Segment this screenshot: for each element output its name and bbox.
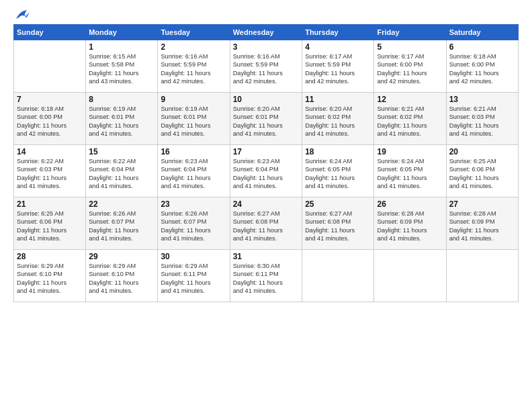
- day-info: Sunrise: 6:21 AMSunset: 6:03 PMDaylight:…: [449, 105, 515, 138]
- calendar-cell: 23Sunrise: 6:26 AMSunset: 6:07 PMDayligh…: [158, 197, 230, 250]
- weekday-header: Tuesday: [158, 25, 230, 40]
- day-info: Sunrise: 6:21 AMSunset: 6:02 PMDaylight:…: [377, 105, 443, 138]
- day-number: 25: [305, 199, 371, 209]
- day-info: Sunrise: 6:20 AMSunset: 6:01 PMDaylight:…: [233, 105, 299, 138]
- day-info: Sunrise: 6:22 AMSunset: 6:04 PMDaylight:…: [89, 157, 154, 191]
- day-info: Sunrise: 6:25 AMSunset: 6:06 PMDaylight:…: [449, 157, 515, 191]
- calendar-cell: 7Sunrise: 6:18 AMSunset: 6:00 PMDaylight…: [14, 93, 86, 145]
- day-info: Sunrise: 6:16 AMSunset: 5:59 PMDaylight:…: [161, 52, 226, 86]
- calendar-cell: [14, 40, 86, 93]
- calendar-cell: 17Sunrise: 6:23 AMSunset: 6:04 PMDayligh…: [230, 145, 302, 197]
- day-info: Sunrise: 6:15 AMSunset: 5:58 PMDaylight:…: [89, 52, 154, 86]
- calendar-cell: 13Sunrise: 6:21 AMSunset: 6:03 PMDayligh…: [446, 93, 518, 145]
- weekday-header: Sunday: [14, 25, 86, 40]
- calendar-cell: 19Sunrise: 6:24 AMSunset: 6:05 PMDayligh…: [374, 145, 446, 197]
- day-number: 28: [17, 252, 83, 261]
- calendar-cell: 26Sunrise: 6:28 AMSunset: 6:09 PMDayligh…: [374, 197, 446, 250]
- day-info: Sunrise: 6:23 AMSunset: 6:04 PMDaylight:…: [161, 157, 226, 191]
- calendar-cell: 9Sunrise: 6:19 AMSunset: 6:01 PMDaylight…: [158, 93, 230, 145]
- calendar-cell: 18Sunrise: 6:24 AMSunset: 6:05 PMDayligh…: [302, 145, 374, 197]
- calendar-cell: [446, 250, 518, 302]
- day-number: 5: [377, 42, 443, 52]
- day-info: Sunrise: 6:20 AMSunset: 6:02 PMDaylight:…: [305, 105, 371, 138]
- calendar-cell: 3Sunrise: 6:16 AMSunset: 5:59 PMDaylight…: [230, 40, 302, 93]
- day-info: Sunrise: 6:26 AMSunset: 6:07 PMDaylight:…: [89, 210, 154, 243]
- calendar-cell: [302, 250, 374, 302]
- day-info: Sunrise: 6:24 AMSunset: 6:05 PMDaylight:…: [377, 157, 443, 191]
- calendar-cell: 24Sunrise: 6:27 AMSunset: 6:08 PMDayligh…: [230, 197, 302, 250]
- calendar-cell: 6Sunrise: 6:18 AMSunset: 6:00 PMDaylight…: [446, 40, 518, 93]
- calendar-cell: 2Sunrise: 6:16 AMSunset: 5:59 PMDaylight…: [158, 40, 230, 93]
- header: [13, 12, 519, 19]
- weekday-header: Wednesday: [230, 25, 302, 40]
- day-number: 14: [17, 147, 83, 156]
- calendar-cell: 8Sunrise: 6:19 AMSunset: 6:01 PMDaylight…: [86, 93, 158, 145]
- weekday-header: Friday: [374, 25, 446, 40]
- calendar-cell: 5Sunrise: 6:17 AMSunset: 6:00 PMDaylight…: [374, 40, 446, 93]
- calendar-cell: 16Sunrise: 6:23 AMSunset: 6:04 PMDayligh…: [158, 145, 230, 197]
- day-number: 19: [377, 147, 443, 156]
- logo-bird-icon: [15, 9, 30, 21]
- weekday-header: Monday: [86, 25, 158, 40]
- day-number: 9: [161, 95, 226, 104]
- day-number: 10: [233, 95, 299, 104]
- day-info: Sunrise: 6:27 AMSunset: 6:08 PMDaylight:…: [233, 210, 299, 243]
- calendar-cell: 12Sunrise: 6:21 AMSunset: 6:02 PMDayligh…: [374, 93, 446, 145]
- calendar-cell: 20Sunrise: 6:25 AMSunset: 6:06 PMDayligh…: [446, 145, 518, 197]
- day-info: Sunrise: 6:27 AMSunset: 6:08 PMDaylight:…: [305, 210, 371, 243]
- day-number: 3: [233, 42, 299, 52]
- day-info: Sunrise: 6:18 AMSunset: 6:00 PMDaylight:…: [17, 105, 83, 138]
- day-number: 7: [17, 95, 83, 104]
- calendar-cell: 30Sunrise: 6:29 AMSunset: 6:11 PMDayligh…: [158, 250, 230, 302]
- calendar-cell: 14Sunrise: 6:22 AMSunset: 6:03 PMDayligh…: [14, 145, 86, 197]
- day-number: 26: [377, 199, 443, 209]
- calendar-cell: 4Sunrise: 6:17 AMSunset: 5:59 PMDaylight…: [302, 40, 374, 93]
- day-info: Sunrise: 6:19 AMSunset: 6:01 PMDaylight:…: [161, 105, 226, 138]
- day-info: Sunrise: 6:28 AMSunset: 6:09 PMDaylight:…: [377, 210, 443, 243]
- day-number: 13: [449, 95, 515, 104]
- calendar-week-row: 7Sunrise: 6:18 AMSunset: 6:00 PMDaylight…: [14, 93, 519, 145]
- day-number: 18: [305, 147, 371, 156]
- calendar-week-row: 28Sunrise: 6:29 AMSunset: 6:10 PMDayligh…: [14, 250, 519, 302]
- day-number: 8: [89, 95, 154, 104]
- logo: [13, 12, 30, 19]
- weekday-header: Saturday: [446, 25, 518, 40]
- day-number: 31: [233, 252, 299, 261]
- day-number: 11: [305, 95, 371, 104]
- day-number: 2: [161, 42, 226, 52]
- day-info: Sunrise: 6:25 AMSunset: 6:06 PMDaylight:…: [17, 210, 83, 243]
- day-info: Sunrise: 6:29 AMSunset: 6:10 PMDaylight:…: [17, 262, 83, 295]
- day-info: Sunrise: 6:30 AMSunset: 6:11 PMDaylight:…: [233, 262, 299, 295]
- day-number: 4: [305, 42, 371, 52]
- day-info: Sunrise: 6:16 AMSunset: 5:59 PMDaylight:…: [233, 52, 299, 86]
- day-info: Sunrise: 6:19 AMSunset: 6:01 PMDaylight:…: [89, 105, 154, 138]
- day-info: Sunrise: 6:22 AMSunset: 6:03 PMDaylight:…: [17, 157, 83, 191]
- day-info: Sunrise: 6:26 AMSunset: 6:07 PMDaylight:…: [161, 210, 226, 243]
- day-number: 27: [449, 199, 515, 209]
- calendar-cell: 10Sunrise: 6:20 AMSunset: 6:01 PMDayligh…: [230, 93, 302, 145]
- day-info: Sunrise: 6:17 AMSunset: 6:00 PMDaylight:…: [377, 52, 443, 86]
- day-number: 16: [161, 147, 226, 156]
- calendar-cell: 11Sunrise: 6:20 AMSunset: 6:02 PMDayligh…: [302, 93, 374, 145]
- calendar-cell: 27Sunrise: 6:28 AMSunset: 6:09 PMDayligh…: [446, 197, 518, 250]
- calendar-cell: 22Sunrise: 6:26 AMSunset: 6:07 PMDayligh…: [86, 197, 158, 250]
- day-info: Sunrise: 6:24 AMSunset: 6:05 PMDaylight:…: [305, 157, 371, 191]
- day-number: 17: [233, 147, 299, 156]
- calendar-cell: 29Sunrise: 6:29 AMSunset: 6:10 PMDayligh…: [86, 250, 158, 302]
- calendar-cell: [374, 250, 446, 302]
- day-number: 23: [161, 199, 226, 209]
- day-info: Sunrise: 6:28 AMSunset: 6:09 PMDaylight:…: [449, 210, 515, 243]
- day-number: 15: [89, 147, 154, 156]
- day-info: Sunrise: 6:17 AMSunset: 5:59 PMDaylight:…: [305, 52, 371, 86]
- calendar-week-row: 21Sunrise: 6:25 AMSunset: 6:06 PMDayligh…: [14, 197, 519, 250]
- calendar-week-row: 14Sunrise: 6:22 AMSunset: 6:03 PMDayligh…: [14, 145, 519, 197]
- day-number: 29: [89, 252, 154, 261]
- day-number: 30: [161, 252, 226, 261]
- calendar-cell: 28Sunrise: 6:29 AMSunset: 6:10 PMDayligh…: [14, 250, 86, 302]
- calendar-table: SundayMondayTuesdayWednesdayThursdayFrid…: [13, 24, 519, 302]
- day-info: Sunrise: 6:29 AMSunset: 6:10 PMDaylight:…: [89, 262, 154, 295]
- calendar-header-row: SundayMondayTuesdayWednesdayThursdayFrid…: [14, 25, 519, 40]
- day-number: 24: [233, 199, 299, 209]
- calendar-cell: 21Sunrise: 6:25 AMSunset: 6:06 PMDayligh…: [14, 197, 86, 250]
- calendar-cell: 31Sunrise: 6:30 AMSunset: 6:11 PMDayligh…: [230, 250, 302, 302]
